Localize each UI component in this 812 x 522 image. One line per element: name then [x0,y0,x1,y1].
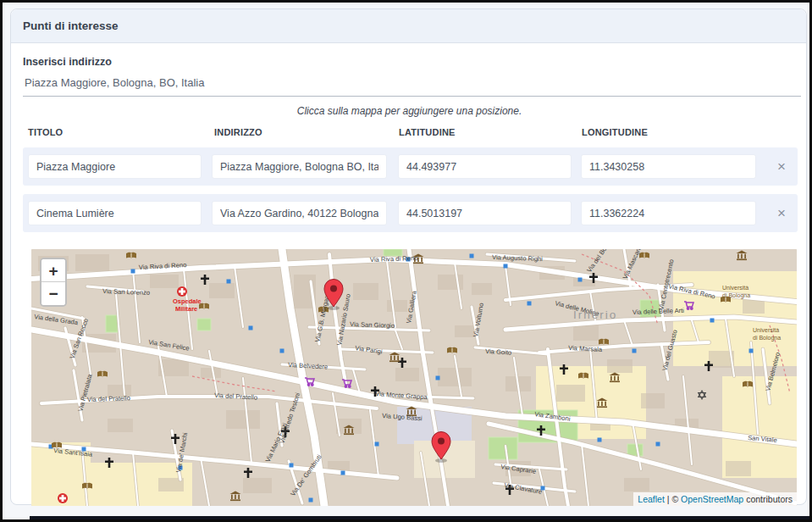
leaflet-link[interactable]: Leaflet [638,494,665,504]
transit-stop-icon [470,254,474,258]
transit-stop-icon [656,442,660,447]
library-book-icon [639,253,649,258]
card-title: Punti di interesse [23,19,119,32]
transit-stop-icon [749,349,754,353]
street-label: Via San Giorgio [350,320,395,330]
titolo-input[interactable] [28,201,202,225]
transit-stop-icon [436,376,440,380]
column-header-titolo: TITOLO [28,127,63,137]
transit-stop-icon [710,319,715,323]
transit-stop-icon [227,280,231,284]
column-header-longitudine: LONGITUDINE [582,127,648,137]
transit-stop-icon [375,442,379,447]
zoom-control: + − [40,258,67,307]
address-input[interactable] [23,73,801,97]
svg-text:di Bologna: di Bologna [722,292,750,299]
titolo-input[interactable] [28,154,202,179]
transit-stop-icon [632,349,637,353]
library-book-icon [97,371,108,377]
svg-text:di Bologna: di Bologna [753,335,781,342]
latitudine-input[interactable] [398,201,572,225]
card-header: Punti di interesse [11,9,806,43]
library-book-icon [578,373,588,379]
library-book-icon [743,381,753,387]
svg-text:Università: Università [753,327,779,333]
card-body: Inserisci indirizzo Clicca sulla mappa p… [11,43,806,506]
hospital-icon [177,286,187,297]
transit-stop-icon [578,278,583,282]
transit-stop-icon [341,471,345,475]
address-label: Inserisci indirizzo [23,56,796,68]
library-book-icon [599,339,609,345]
longitudine-input[interactable] [581,154,756,179]
poi-card: Punti di interesse Inserisci indirizzo C… [10,8,807,505]
attribution-separator: | © [665,494,681,504]
poi-rows: × × [23,147,796,232]
longitudine-input[interactable] [581,201,756,225]
transit-stop-icon [309,498,313,503]
svg-text:Militare: Militare [175,305,197,313]
street-label: Via Goito [485,347,512,357]
column-header-latitudine: LATITUDINE [399,127,456,137]
map-tiles: Via Riva di RenoVia Riva di RenoVia Riva… [31,249,797,506]
next-section-edge [30,516,812,522]
map[interactable]: Via Riva di RenoVia Riva di RenoVia Riva… [31,249,797,506]
library-book-icon [447,347,457,353]
openstreetmap-link[interactable]: OpenStreetMap [681,494,743,504]
remove-row-button[interactable]: × [772,158,791,176]
hospital-icon [58,493,68,503]
transit-stop-icon [598,438,602,442]
transit-stop-icon [528,302,532,306]
transit-stop-icon [280,349,284,353]
map-hint: Clicca sulla mappa per aggiungere una po… [23,105,796,117]
library-book-icon [126,253,136,258]
map-attribution: Leaflet | © OpenStreetMap contributors [633,492,797,506]
transit-stop-icon [249,326,253,330]
latitudine-input[interactable] [398,154,572,179]
transit-stop-icon [504,264,508,269]
transit-stop-icon [131,269,135,274]
remove-row-button[interactable]: × [772,204,791,223]
university-label: Università [722,285,748,291]
street-label: Via del Pratello [87,394,130,403]
zoom-in-button[interactable]: + [41,259,65,282]
transit-stop-icon [290,464,294,468]
table-row: × [23,194,798,232]
library-book-icon [82,483,92,489]
district-label: Irnerio [573,308,617,321]
hospital-label: Ospedale [173,297,202,305]
column-header-indirizzo: INDIRIZZO [214,127,262,137]
table-row: × [23,147,798,186]
zoom-out-button[interactable]: − [41,282,65,305]
attribution-suffix: contributors [743,494,793,504]
indirizzo-input[interactable] [212,201,387,225]
indirizzo-input[interactable] [212,154,387,179]
table-header-row: TITOLO INDIRIZZO LATITUDINE LONGITUDINE [23,127,796,139]
